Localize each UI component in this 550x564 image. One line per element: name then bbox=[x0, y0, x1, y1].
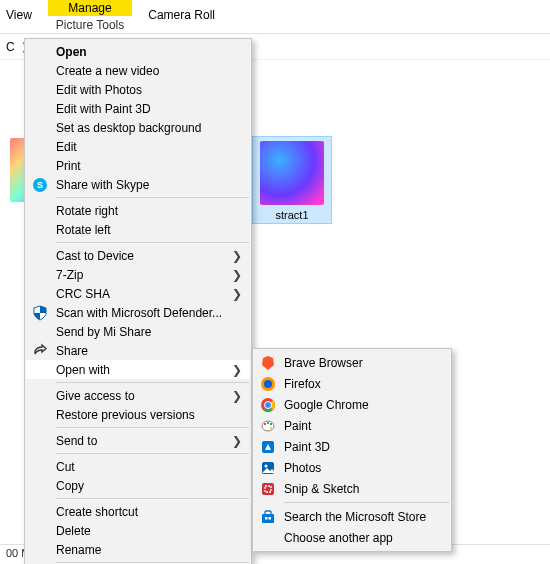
menu-cast[interactable]: Cast to Device❯ bbox=[26, 246, 250, 265]
menu-give-access[interactable]: Give access to❯ bbox=[26, 386, 250, 405]
svg-text:S: S bbox=[37, 180, 43, 190]
menu-open[interactable]: Open bbox=[26, 42, 250, 61]
menu-separator bbox=[56, 498, 249, 499]
menu-open-with[interactable]: Open with❯ bbox=[26, 360, 250, 379]
menu-print[interactable]: Print bbox=[26, 156, 250, 175]
svg-rect-16 bbox=[262, 483, 274, 495]
menu-edit-paint3d[interactable]: Edit with Paint 3D bbox=[26, 99, 250, 118]
photos-icon bbox=[260, 460, 276, 476]
submenu-firefox[interactable]: Firefox bbox=[254, 373, 450, 394]
firefox-icon bbox=[260, 376, 276, 392]
chevron-right-icon: ❯ bbox=[232, 434, 242, 448]
chevron-right-icon: ❯ bbox=[232, 287, 242, 301]
menu-cut[interactable]: Cut bbox=[26, 457, 250, 476]
chevron-right-icon: ❯ bbox=[232, 389, 242, 403]
menu-rotate-left[interactable]: Rotate left bbox=[26, 220, 250, 239]
paint-icon bbox=[260, 418, 276, 434]
context-menu: Open Create a new video Edit with Photos… bbox=[24, 38, 252, 564]
menu-restore-prev[interactable]: Restore previous versions bbox=[26, 405, 250, 424]
menu-mi-share[interactable]: Send by Mi Share bbox=[26, 322, 250, 341]
tool-tab-group: Manage Picture Tools bbox=[48, 0, 132, 34]
svg-rect-20 bbox=[265, 517, 268, 520]
snip-icon bbox=[260, 481, 276, 497]
breadcrumb-segment[interactable]: C bbox=[6, 40, 15, 54]
menu-separator bbox=[284, 502, 449, 503]
menu-create-video[interactable]: Create a new video bbox=[26, 61, 250, 80]
menu-share[interactable]: Share bbox=[26, 341, 250, 360]
svg-point-12 bbox=[270, 427, 272, 429]
menu-7zip[interactable]: 7-Zip❯ bbox=[26, 265, 250, 284]
ribbon: View Manage Picture Tools Camera Roll bbox=[0, 0, 550, 34]
svg-point-11 bbox=[270, 423, 272, 425]
menu-edit[interactable]: Edit bbox=[26, 137, 250, 156]
skype-icon: S bbox=[32, 177, 48, 193]
chevron-right-icon: ❯ bbox=[232, 363, 242, 377]
menu-separator bbox=[56, 382, 249, 383]
thumbnail-image bbox=[260, 141, 324, 205]
menu-set-desktop-bg[interactable]: Set as desktop background bbox=[26, 118, 250, 137]
submenu-chrome[interactable]: Google Chrome bbox=[254, 394, 450, 415]
menu-rename[interactable]: Rename bbox=[26, 540, 250, 559]
tab-picture-tools[interactable]: Picture Tools bbox=[48, 16, 132, 34]
menu-separator bbox=[56, 453, 249, 454]
svg-rect-19 bbox=[265, 511, 271, 515]
menu-separator bbox=[56, 242, 249, 243]
submenu-search-store[interactable]: Search the Microsoft Store bbox=[254, 506, 450, 527]
svg-rect-21 bbox=[269, 517, 272, 520]
svg-point-9 bbox=[264, 423, 266, 425]
menu-edit-photos[interactable]: Edit with Photos bbox=[26, 80, 250, 99]
chrome-icon bbox=[260, 397, 276, 413]
svg-point-10 bbox=[267, 422, 269, 424]
menu-share-skype[interactable]: S Share with Skype bbox=[26, 175, 250, 194]
menu-create-shortcut[interactable]: Create shortcut bbox=[26, 502, 250, 521]
menu-separator bbox=[56, 562, 249, 563]
menu-separator bbox=[56, 197, 249, 198]
store-icon bbox=[260, 509, 276, 525]
submenu-paint3d[interactable]: Paint 3D bbox=[254, 436, 450, 457]
menu-copy[interactable]: Copy bbox=[26, 476, 250, 495]
chevron-right-icon: ❯ bbox=[232, 268, 242, 282]
window-title: Camera Roll bbox=[132, 0, 215, 22]
tab-manage[interactable]: Manage bbox=[48, 0, 132, 16]
svg-point-7 bbox=[265, 401, 272, 408]
shield-icon bbox=[32, 305, 48, 321]
submenu-paint[interactable]: Paint bbox=[254, 415, 450, 436]
svg-point-15 bbox=[265, 464, 268, 467]
menu-rotate-right[interactable]: Rotate right bbox=[26, 201, 250, 220]
submenu-choose-another[interactable]: Choose another app bbox=[254, 527, 450, 548]
file-item-selected[interactable]: stract1 bbox=[252, 136, 332, 224]
tab-view[interactable]: View bbox=[0, 0, 42, 22]
file-label: stract1 bbox=[255, 209, 329, 221]
menu-defender[interactable]: Scan with Microsoft Defender... bbox=[26, 303, 250, 322]
svg-point-3 bbox=[264, 380, 272, 388]
submenu-snip[interactable]: Snip & Sketch bbox=[254, 478, 450, 499]
menu-delete[interactable]: Delete bbox=[26, 521, 250, 540]
menu-crc-sha[interactable]: CRC SHA❯ bbox=[26, 284, 250, 303]
brave-icon bbox=[260, 355, 276, 371]
chevron-right-icon: ❯ bbox=[232, 249, 242, 263]
menu-separator bbox=[56, 427, 249, 428]
paint3d-icon bbox=[260, 439, 276, 455]
submenu-open-with: Brave Browser Firefox Google Chrome Pain… bbox=[252, 348, 452, 552]
menu-send-to[interactable]: Send to❯ bbox=[26, 431, 250, 450]
share-icon bbox=[32, 343, 48, 359]
submenu-brave[interactable]: Brave Browser bbox=[254, 352, 450, 373]
submenu-photos[interactable]: Photos bbox=[254, 457, 450, 478]
